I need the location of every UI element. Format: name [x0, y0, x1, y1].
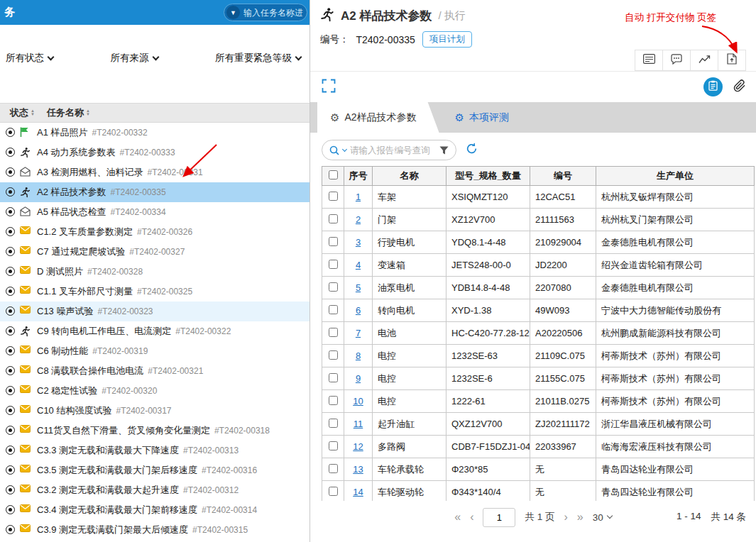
card-button[interactable] [635, 50, 663, 71]
filter-funnel-icon[interactable] [439, 146, 449, 155]
search-icon[interactable] [329, 145, 339, 155]
task-search-box[interactable]: ▼ [224, 4, 307, 21]
task-list-item[interactable]: A1 样品照片#T2402-00332 [0, 123, 309, 143]
task-list-item[interactable]: C3.9 测定无载满载门架最大后倾速度#T2402-00315 [0, 520, 309, 540]
chevron-down-icon[interactable]: ▼ [226, 6, 240, 19]
row-number-link[interactable]: 2 [356, 214, 361, 225]
row-checkbox[interactable] [329, 260, 338, 269]
column-header-status[interactable]: 状态 ▲▼ [10, 106, 47, 119]
task-name: A5 样品状态检查 [37, 206, 106, 217]
page-number-input[interactable] [483, 508, 515, 527]
deliverable-list-button[interactable] [703, 77, 723, 96]
row-number-link[interactable]: 14 [353, 487, 363, 497]
task-list-item[interactable]: C7 通过规定爬坡试验#T2402-00327 [0, 242, 309, 262]
task-list-item[interactable]: C1.1 叉车外部尺寸测量#T2402-00325 [0, 282, 309, 302]
row-checkbox[interactable] [329, 464, 338, 473]
task-list-item[interactable]: C9 转向电机工作电压、电流测定#T2402-00322 [0, 321, 309, 341]
part-name: 电控 [373, 367, 447, 390]
select-all-checkbox[interactable] [329, 170, 338, 179]
task-list-item[interactable]: C11货叉自然下滑量、货叉倾角变化量测定#T2402-00318 [0, 421, 309, 441]
tab-self-evaluation[interactable]: ⚙ 本项评测 [439, 102, 525, 133]
task-name: A2 样品技术参数 [37, 187, 106, 197]
row-checkbox[interactable] [329, 441, 338, 450]
task-list-item[interactable]: A5 样品状态检查#T2402-00334 [0, 202, 309, 222]
task-name: C3.2 测定无载和满载最大起升速度 [37, 485, 179, 495]
task-list-item[interactable]: C6 制动性能#T2402-00319 [0, 341, 309, 361]
row-checkbox[interactable] [329, 214, 338, 223]
row-checkbox[interactable] [329, 373, 338, 382]
filter-source-dropdown[interactable]: 所有来源 [111, 52, 158, 65]
row-checkbox[interactable] [329, 487, 338, 496]
part-code: A20220506 [530, 322, 596, 345]
task-list-item[interactable]: D 测试照片#T2402-00328 [0, 262, 309, 282]
status-dot-icon [6, 366, 15, 375]
row-number-link[interactable]: 5 [356, 282, 361, 293]
filter-priority-dropdown[interactable]: 所有重要紧急等级 [215, 52, 301, 65]
last-page-button[interactable]: » [577, 511, 584, 524]
row-number-link[interactable]: 10 [353, 396, 363, 406]
task-list-item[interactable]: C3.2 测定无载和满载最大起升速度#T2402-00312 [0, 480, 309, 500]
report-search-box[interactable] [322, 140, 456, 160]
column-header-code[interactable]: 编号 [530, 167, 596, 186]
task-name: C3.4 测定无载和满载最大门架前移速度 [37, 504, 197, 515]
column-header-name[interactable]: 任务名称 ▲▼ [47, 106, 90, 119]
envelope-icon [20, 425, 32, 433]
task-search-input[interactable] [243, 8, 305, 18]
task-list-item[interactable]: C10 结构强度试验#T2402-00317 [0, 401, 309, 421]
row-number-link[interactable]: 13 [353, 464, 363, 475]
chevron-down-icon[interactable] [342, 146, 347, 151]
attachment-button[interactable] [733, 79, 746, 95]
row-checkbox[interactable] [329, 350, 338, 360]
page-size-select[interactable]: 30 [593, 512, 612, 523]
clipboard-icon [708, 80, 718, 94]
row-number-link[interactable]: 11 [354, 419, 363, 429]
row-number-link[interactable]: 9 [356, 373, 361, 384]
row-checkbox[interactable] [329, 237, 338, 246]
row-checkbox[interactable] [329, 192, 338, 201]
row-number-link[interactable]: 4 [356, 260, 361, 270]
row-checkbox[interactable] [329, 328, 338, 337]
task-list-item[interactable]: C3.5 测定无载和满载最大门架后移速度#T2402-00316 [0, 460, 309, 480]
row-checkbox[interactable] [329, 419, 338, 428]
task-name: C1.2 叉车质量参数测定 [37, 226, 133, 237]
gear-icon: ⚙ [330, 111, 339, 124]
task-name: C11货叉自然下滑量、货叉倾角变化量测定 [37, 425, 210, 436]
comments-button[interactable] [662, 50, 691, 71]
part-code: 22033967 [530, 436, 596, 458]
prev-page-button[interactable]: ‹ [470, 511, 473, 524]
task-list-item[interactable]: A3 检测用燃料、油料记录#T2402-00331 [0, 162, 309, 182]
row-checkbox[interactable] [329, 282, 338, 292]
task-list-item[interactable]: A2 样品技术参数#T2402-00335 [0, 182, 309, 202]
task-list-item[interactable]: C3.4 测定无载和满载最大门架前移速度#T2402-00314 [0, 500, 309, 520]
row-number-link[interactable]: 12 [353, 441, 363, 452]
row-checkbox[interactable] [329, 305, 338, 314]
row-number-link[interactable]: 3 [356, 237, 361, 248]
left-topbar: 务 ▼ [0, 0, 309, 25]
next-page-button[interactable]: › [564, 511, 567, 524]
report-search-input[interactable] [350, 145, 436, 155]
task-list-item[interactable]: A4 动力系统参数表#T2402-00333 [0, 143, 309, 162]
refresh-button[interactable] [466, 143, 478, 157]
task-list-item[interactable]: C3.3 测定无载和满载最大下降速度#T2402-00313 [0, 441, 309, 460]
fullscreen-button[interactable] [322, 79, 336, 96]
row-number-link[interactable]: 8 [356, 350, 361, 361]
task-list-item[interactable]: C8 满载联合操作电池电流#T2402-00321 [0, 361, 309, 381]
task-number: #T2402-00331 [148, 167, 203, 177]
first-page-button[interactable]: « [454, 511, 461, 524]
task-number: #T2402-00334 [111, 207, 166, 217]
tab-a2-parameters[interactable]: ⚙ A2样品技术参数 [317, 102, 439, 133]
column-header-no[interactable]: 序号 [344, 167, 373, 186]
envelope-open-icon [20, 206, 32, 216]
row-number-link[interactable]: 1 [356, 192, 361, 202]
row-number-link[interactable]: 6 [356, 305, 361, 316]
row-number-link[interactable]: 7 [356, 328, 361, 338]
filter-status-dropdown[interactable]: 所有状态 [6, 52, 53, 65]
column-header-company[interactable]: 生产单位 [596, 167, 755, 186]
flag-icon [20, 127, 32, 138]
column-header-model[interactable]: 型号_规格_数量 [447, 167, 530, 186]
task-list-item[interactable]: C13 噪声试验#T2402-00323 [0, 302, 309, 321]
task-list-item[interactable]: C2 稳定性试验#T2402-00320 [0, 381, 309, 401]
column-header-name[interactable]: 名称 [373, 167, 447, 186]
task-list-item[interactable]: C1.2 叉车质量参数测定#T2402-00326 [0, 222, 309, 242]
row-checkbox[interactable] [329, 396, 338, 405]
